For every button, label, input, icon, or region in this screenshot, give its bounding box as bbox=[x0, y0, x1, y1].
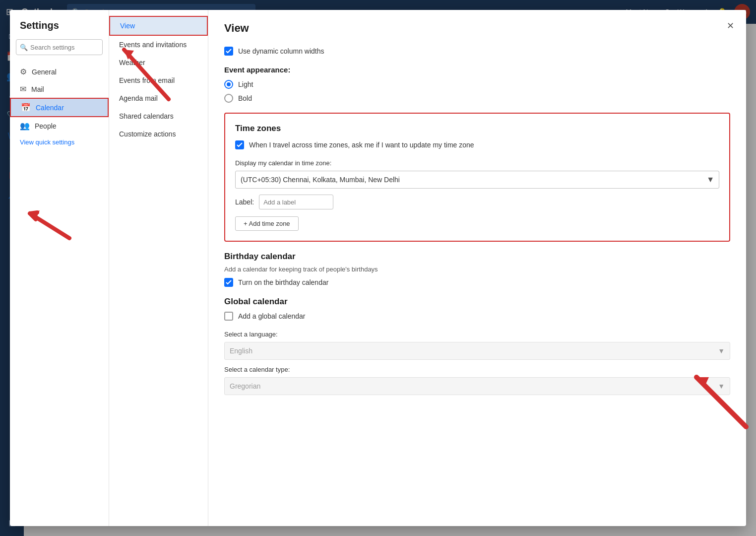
dynamic-columns-label: Use dynamic column widths bbox=[238, 47, 324, 55]
settings-search-input[interactable] bbox=[16, 39, 103, 55]
settings-search-icon: 🔍 bbox=[20, 44, 28, 51]
middle-item-view[interactable]: View bbox=[109, 16, 208, 36]
close-button[interactable]: ✕ bbox=[722, 18, 738, 34]
settings-left-panel: Settings 🔍 ⚙ General ✉ Mail 📅 Calendar bbox=[10, 10, 109, 526]
calendar-label: Calendar bbox=[36, 104, 64, 112]
travel-timezone-label: When I travel across time zones, ask me … bbox=[249, 141, 474, 149]
general-label: General bbox=[32, 68, 57, 76]
time-zones-title: Time zones bbox=[235, 124, 719, 134]
light-label: Light bbox=[238, 80, 253, 88]
add-global-checkbox[interactable] bbox=[224, 312, 233, 321]
mail-icon: ✉ bbox=[20, 84, 26, 94]
light-radio-row: Light bbox=[224, 80, 730, 89]
timezone-select[interactable]: (UTC+05:30) Chennai, Kolkata, Mumbai, Ne… bbox=[235, 171, 719, 189]
middle-item-agenda-mail[interactable]: Agenda mail bbox=[109, 89, 208, 107]
calendar-type-dropdown[interactable]: Gregorian ▼ bbox=[224, 377, 730, 395]
add-timezone-button[interactable]: + Add time zone bbox=[235, 216, 299, 231]
settings-middle-panel: View Events and invitations Weather Even… bbox=[109, 10, 208, 526]
dynamic-columns-checkbox[interactable] bbox=[224, 47, 233, 56]
settings-right-panel: ✕ View Use dynamic column widths Event a… bbox=[208, 10, 746, 526]
middle-item-customize-actions[interactable]: Customize actions bbox=[109, 125, 208, 143]
label-input[interactable] bbox=[259, 195, 333, 209]
add-global-row: Add a global calendar bbox=[224, 312, 730, 321]
travel-timezone-checkbox[interactable] bbox=[235, 140, 244, 149]
birthday-toggle-row: Turn on the birthday calendar bbox=[224, 278, 730, 287]
bold-radio-row: Bold bbox=[224, 94, 730, 103]
settings-nav: ⚙ General ✉ Mail 📅 Calendar 👥 People bbox=[10, 63, 109, 134]
mail-label: Mail bbox=[31, 85, 44, 93]
bold-radio[interactable] bbox=[224, 94, 233, 103]
nav-item-mail[interactable]: ✉ Mail bbox=[10, 80, 109, 98]
settings-modal: Settings 🔍 ⚙ General ✉ Mail 📅 Calendar bbox=[10, 10, 746, 526]
label-text: Label: bbox=[235, 198, 254, 206]
language-label: Select a language: bbox=[224, 331, 730, 338]
middle-item-events-from-email[interactable]: Events from email bbox=[109, 71, 208, 89]
global-calendar-title: Global calendar bbox=[224, 297, 730, 307]
display-timezone-label: Display my calendar in time zone: bbox=[235, 159, 719, 167]
birthday-toggle-checkbox[interactable] bbox=[224, 278, 233, 287]
birthday-calendar-section: Birthday calendar Add a calendar for kee… bbox=[224, 252, 730, 287]
nav-item-calendar[interactable]: 📅 Calendar bbox=[10, 98, 109, 117]
add-global-label: Add a global calendar bbox=[238, 312, 305, 320]
nav-item-people[interactable]: 👥 People bbox=[10, 117, 109, 134]
middle-item-weather[interactable]: Weather bbox=[109, 54, 208, 71]
people-icon: 👥 bbox=[20, 121, 30, 131]
birthday-toggle-label: Turn on the birthday calendar bbox=[238, 278, 328, 286]
view-quick-settings-link[interactable]: View quick settings bbox=[10, 136, 109, 148]
bold-label: Bold bbox=[238, 94, 252, 102]
calendar-type-value: Gregorian bbox=[230, 382, 260, 390]
dynamic-columns-row: Use dynamic column widths bbox=[224, 47, 730, 56]
birthday-calendar-desc: Add a calendar for keeping track of peop… bbox=[224, 266, 730, 273]
travel-timezone-row: When I travel across time zones, ask me … bbox=[235, 140, 719, 149]
calendar-type-label: Select a calendar type: bbox=[224, 366, 730, 373]
nav-item-general[interactable]: ⚙ General bbox=[10, 63, 109, 80]
event-appearance-heading: Event appearance: bbox=[224, 66, 730, 74]
time-zones-section: Time zones When I travel across time zon… bbox=[224, 113, 730, 242]
people-label: People bbox=[35, 122, 57, 130]
calendar-type-chevron-icon: ▼ bbox=[718, 382, 725, 390]
birthday-calendar-title: Birthday calendar bbox=[224, 252, 730, 262]
global-calendar-section: Global calendar Add a global calendar Se… bbox=[224, 297, 730, 395]
settings-title: Settings bbox=[10, 20, 109, 39]
light-radio[interactable] bbox=[224, 80, 233, 89]
general-icon: ⚙ bbox=[20, 67, 27, 76]
language-dropdown[interactable]: English ▼ bbox=[224, 342, 730, 360]
panel-title: View bbox=[224, 22, 730, 35]
middle-item-shared-calendars[interactable]: Shared calendars bbox=[109, 107, 208, 125]
calendar-icon: 📅 bbox=[21, 103, 31, 112]
language-value: English bbox=[230, 347, 252, 355]
settings-search-container: 🔍 bbox=[16, 39, 103, 55]
timezone-select-wrapper: (UTC+05:30) Chennai, Kolkata, Mumbai, Ne… bbox=[235, 171, 719, 189]
language-chevron-icon: ▼ bbox=[718, 347, 725, 355]
label-row: Label: bbox=[235, 195, 719, 209]
middle-item-events-invitations[interactable]: Events and invitations bbox=[109, 36, 208, 54]
